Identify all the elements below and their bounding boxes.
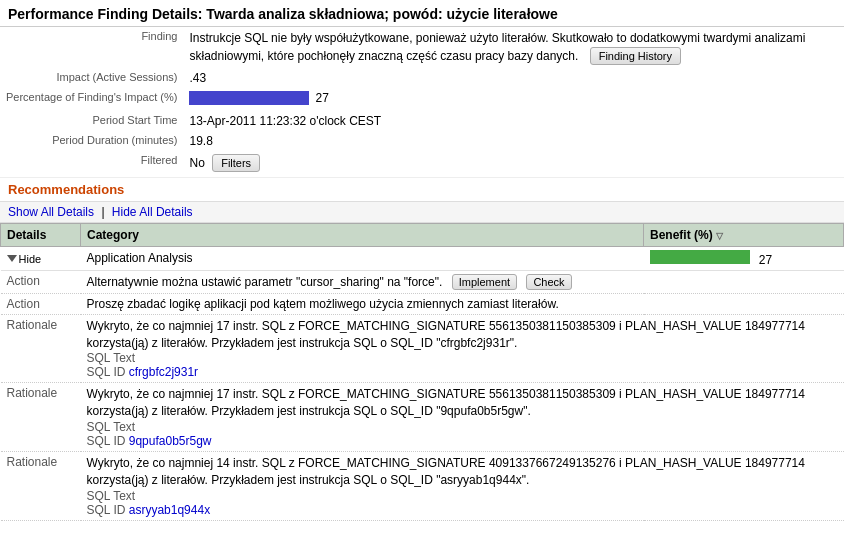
finding-history-button[interactable]: Finding History (590, 47, 681, 65)
sql-id-label-2: SQL ID (87, 434, 126, 448)
sql-text-label-1: SQL Text (87, 351, 136, 365)
category-row: Hide Application Analysis 27 (1, 246, 844, 270)
rationale-sql-id-row-3: SQL ID asryyab1q944x (87, 503, 838, 517)
rationale-content-1: Wykryto, że co najmniej 17 instr. SQL z … (81, 314, 844, 383)
rationale-label-3: Rationale (1, 451, 81, 520)
finding-value: Instrukcje SQL nie były współużytkowane,… (183, 27, 844, 68)
triangle-down-icon (7, 255, 17, 262)
filtered-label: Filtered (0, 151, 183, 175)
benefit-cell: 27 (644, 246, 844, 270)
hide-all-details-link[interactable]: Hide All Details (112, 205, 193, 219)
show-hide-bar: Show All Details | Hide All Details (0, 201, 844, 223)
period-start-value: 13-Apr-2011 11:23:32 o'clock CEST (183, 111, 844, 131)
action-label-2: Action (1, 293, 81, 314)
rationale-label-1: Rationale (1, 314, 81, 383)
implement-button-1[interactable]: Implement (452, 274, 517, 290)
rationale-text-3: Wykryto, że co najmniej 14 instr. SQL z … (87, 455, 838, 489)
rationale-sql-id-row-2: SQL ID 9qpufa0b5r5gw (87, 434, 838, 448)
sql-id-link-3[interactable]: asryyab1q944x (129, 503, 210, 517)
separator: | (101, 205, 104, 219)
rationale-label-2: Rationale (1, 383, 81, 452)
rationale-text-1: Wykryto, że co najmniej 17 instr. SQL z … (87, 318, 838, 352)
action-content-2: Proszę zbadać logikę aplikacji pod kątem… (81, 293, 844, 314)
rationale-sql-id-row-1: SQL ID cfrgbfc2j931r (87, 365, 838, 379)
period-start-label: Period Start Time (0, 111, 183, 131)
action-text-2: Proszę zbadać logikę aplikacji pod kątem… (87, 297, 559, 311)
percentage-label: Percentage of Finding's Impact (%) (0, 88, 183, 111)
sql-id-label-1: SQL ID (87, 365, 126, 379)
finding-text: Instrukcje SQL nie były współużytkowane,… (189, 31, 805, 63)
check-button-1[interactable]: Check (526, 274, 571, 290)
filtered-value: No (189, 156, 204, 170)
finding-label: Finding (0, 27, 183, 68)
percentage-value-cell: 27 (183, 88, 844, 111)
impact-value: .43 (183, 68, 844, 88)
show-all-details-link[interactable]: Show All Details (8, 205, 94, 219)
recommendations-section-label: Recommendations (0, 177, 844, 201)
rationale-sql-text-row-1: SQL Text (87, 351, 838, 365)
col-header-category: Category (81, 223, 644, 246)
percentage-bar (189, 91, 309, 105)
benefit-bar (650, 250, 750, 264)
sql-text-label-2: SQL Text (87, 420, 136, 434)
sql-id-link-1[interactable]: cfrgbfc2j931r (129, 365, 198, 379)
category-cell: Application Analysis (81, 246, 644, 270)
rationale-row-2: Rationale Wykryto, że co najmniej 17 ins… (1, 383, 844, 452)
period-duration-label: Period Duration (minutes) (0, 131, 183, 151)
sql-id-link-2[interactable]: 9qpufa0b5r5gw (129, 434, 212, 448)
impact-label: Impact (Active Sessions) (0, 68, 183, 88)
rationale-text-2: Wykryto, że co najmniej 17 instr. SQL z … (87, 386, 838, 420)
filters-button[interactable]: Filters (212, 154, 260, 172)
action-text-1: Alternatywnie można ustawić parametr "cu… (87, 275, 443, 289)
rationale-sql-text-row-2: SQL Text (87, 420, 838, 434)
col-header-benefit: Benefit (%) ▽ (644, 223, 844, 246)
hide-button[interactable]: Hide (7, 253, 42, 265)
page-title: Performance Finding Details: Twarda anal… (0, 0, 844, 27)
action-label-1: Action (1, 270, 81, 293)
period-duration-value: 19.8 (183, 131, 844, 151)
percentage-number: 27 (315, 91, 328, 105)
rationale-row-1: Rationale Wykryto, że co najmniej 17 ins… (1, 314, 844, 383)
rationale-row-3: Rationale Wykryto, że co najmniej 14 ins… (1, 451, 844, 520)
filtered-value-cell: No Filters (183, 151, 844, 175)
sql-text-label-3: SQL Text (87, 489, 136, 503)
rationale-content-2: Wykryto, że co najmniej 17 instr. SQL z … (81, 383, 844, 452)
action-row-2: Action Proszę zbadać logikę aplikacji po… (1, 293, 844, 314)
col-header-details: Details (1, 223, 81, 246)
action-content-1: Alternatywnie można ustawić parametr "cu… (81, 270, 844, 293)
rationale-sql-text-row-3: SQL Text (87, 489, 838, 503)
hide-label: Hide (19, 253, 42, 265)
sort-icon: ▽ (716, 231, 723, 241)
benefit-label: Benefit (%) (650, 228, 713, 242)
benefit-number: 27 (759, 253, 772, 267)
rationale-content-3: Wykryto, że co najmniej 14 instr. SQL z … (81, 451, 844, 520)
action-row-1: Action Alternatywnie można ustawić param… (1, 270, 844, 293)
hide-cell: Hide (1, 246, 81, 270)
sql-id-label-3: SQL ID (87, 503, 126, 517)
